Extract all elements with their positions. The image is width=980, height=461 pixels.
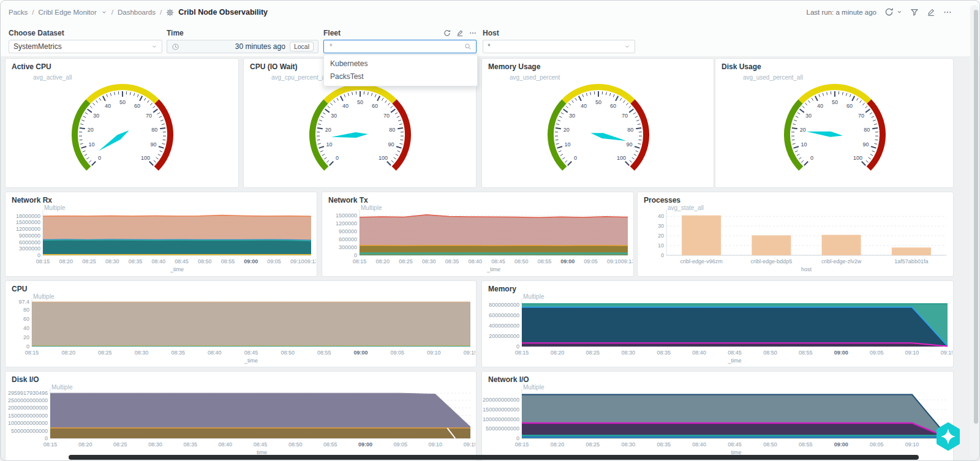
edit-icon[interactable] <box>927 8 935 17</box>
host-label: Host <box>483 29 499 37</box>
svg-text:08:50: 08:50 <box>288 441 303 448</box>
network-rx-chart: 0300000060000009000000120000001500000018… <box>6 204 316 274</box>
svg-text:100: 100 <box>379 155 388 161</box>
svg-text:80: 80 <box>23 307 29 313</box>
svg-text:08:45: 08:45 <box>728 350 742 356</box>
panel-title: Active CPU <box>12 62 51 71</box>
svg-text:0: 0 <box>661 252 664 258</box>
panel-title: CPU <box>12 285 27 293</box>
svg-text:100: 100 <box>141 155 150 161</box>
dataset-select[interactable]: SystemMetrics <box>9 40 162 53</box>
fleet-input[interactable] <box>328 42 464 51</box>
svg-text:Multiple: Multiple <box>523 293 545 300</box>
svg-text:15000000: 15000000 <box>16 219 40 225</box>
panel-processes: Processes 010203040avg_state_allcribl-ed… <box>637 192 954 277</box>
panel-active-cpu: Active CPU avg_active_all 01020304050607… <box>5 58 239 188</box>
svg-text:09:00: 09:00 <box>560 258 575 264</box>
svg-text:12000000: 12000000 <box>16 226 40 232</box>
svg-text:0: 0 <box>45 435 48 441</box>
svg-text:08:55: 08:55 <box>799 441 813 448</box>
svg-text:08:40: 08:40 <box>219 441 233 448</box>
svg-text:08:40: 08:40 <box>208 350 222 356</box>
breadcrumb-dashboards[interactable]: Dashboards <box>118 9 156 16</box>
svg-text:10: 10 <box>565 141 571 148</box>
fleet-option-packstest[interactable]: PacksTest <box>324 70 477 83</box>
more-icon[interactable] <box>943 8 952 17</box>
svg-text:90: 90 <box>862 141 869 148</box>
panel-network-io: Network I/O 0500000000001000000000001500… <box>481 371 954 461</box>
svg-text:20: 20 <box>800 127 806 133</box>
assistant-button[interactable] <box>935 422 962 451</box>
svg-text:09:05: 09:05 <box>390 350 404 356</box>
svg-text:08:55: 08:55 <box>323 441 337 448</box>
svg-text:40: 40 <box>105 103 111 109</box>
svg-text:08:40: 08:40 <box>152 258 166 264</box>
fleet-refresh-icon[interactable] <box>443 29 451 37</box>
svg-text:08:50: 08:50 <box>281 350 295 356</box>
svg-text:50: 50 <box>595 99 601 105</box>
svg-text:_time: _time <box>170 266 184 272</box>
dataset-value: SystemMetrics <box>13 42 62 51</box>
time-picker[interactable]: 30 minutes ago Local <box>167 40 318 53</box>
svg-text:80: 80 <box>864 127 870 133</box>
svg-text:2500000000000: 2500000000000 <box>8 397 48 403</box>
svg-text:09:00: 09:00 <box>834 441 848 448</box>
breadcrumb-separator: / <box>32 9 34 16</box>
svg-text:08:30: 08:30 <box>621 441 635 448</box>
svg-text:40: 40 <box>23 325 29 331</box>
vertical-scrollbar-thumb[interactable] <box>974 10 978 424</box>
chevron-down-icon[interactable] <box>101 9 107 15</box>
network-io-chart: 0500000000001000000000001500000000002000… <box>483 384 952 457</box>
fleet-more-icon[interactable] <box>469 29 477 37</box>
chevron-down-icon <box>151 43 157 50</box>
svg-text:09:15: 09:15 <box>464 350 475 356</box>
svg-text:09:13: 09:13 <box>304 258 316 264</box>
svg-text:08:40: 08:40 <box>469 258 483 264</box>
svg-text:10: 10 <box>89 141 95 148</box>
panel-title: CPU (IO Wait) <box>250 62 298 71</box>
panel-network-tx: Network Tx 03000006000009000001200000150… <box>322 192 634 277</box>
svg-text:6000000000: 6000000000 <box>489 312 519 318</box>
search-icon <box>464 43 472 50</box>
svg-text:20: 20 <box>88 127 94 133</box>
svg-text:20: 20 <box>325 127 331 133</box>
fleet-option-kubernetes[interactable]: Kubernetes <box>324 58 477 70</box>
svg-text:100000000000: 100000000000 <box>483 416 519 422</box>
svg-text:30: 30 <box>805 113 812 119</box>
panel-disk-io: Disk I/O 0500000000000100000000000015000… <box>5 371 477 461</box>
svg-text:30: 30 <box>569 113 575 119</box>
svg-text:08:20: 08:20 <box>78 441 92 448</box>
horizontal-scrollbar[interactable] <box>69 455 919 460</box>
fleet-edit-icon[interactable] <box>456 29 464 37</box>
filter-icon[interactable] <box>910 8 919 17</box>
svg-text:cribl-edge-bddp5: cribl-edge-bddp5 <box>751 258 793 264</box>
svg-text:08:45: 08:45 <box>175 258 189 264</box>
refresh-icon[interactable] <box>884 7 894 17</box>
svg-text:8000000000: 8000000000 <box>489 302 519 308</box>
panel-cpu: CPU 02040608097.4Multiple08:1508:2008:25… <box>5 280 477 367</box>
svg-text:2959917930496: 2959917930496 <box>8 390 48 396</box>
svg-text:08:30: 08:30 <box>422 258 436 264</box>
breadcrumb-packs[interactable]: Packs <box>9 9 28 16</box>
panel-title: Processes <box>644 196 680 204</box>
svg-text:40: 40 <box>658 213 664 219</box>
svg-text:09:00: 09:00 <box>834 350 848 356</box>
svg-text:600000: 600000 <box>339 236 357 242</box>
time-label: Time <box>167 29 184 37</box>
refresh-options-chevron-icon[interactable] <box>897 9 902 15</box>
svg-text:08:45: 08:45 <box>491 258 505 264</box>
host-select[interactable]: * <box>483 40 635 53</box>
svg-text:08:35: 08:35 <box>183 441 197 448</box>
last-run-label: Last run: a minute ago <box>807 9 876 16</box>
panel-title: Network I/O <box>488 375 529 384</box>
svg-text:08:55: 08:55 <box>317 350 331 356</box>
panel-title: Network Tx <box>328 196 368 204</box>
svg-text:09:10: 09:10 <box>607 258 621 264</box>
breadcrumb-pack-name[interactable]: Cribl Edge Monitor <box>39 9 97 16</box>
timezone-toggle[interactable]: Local <box>290 42 314 51</box>
svg-text:08:50: 08:50 <box>198 258 212 264</box>
svg-text:08:20: 08:20 <box>61 350 75 356</box>
svg-text:20: 20 <box>658 233 664 239</box>
svg-text:08:55: 08:55 <box>221 258 235 264</box>
breadcrumb: Packs / Cribl Edge Monitor / Dashboards … <box>9 8 268 17</box>
